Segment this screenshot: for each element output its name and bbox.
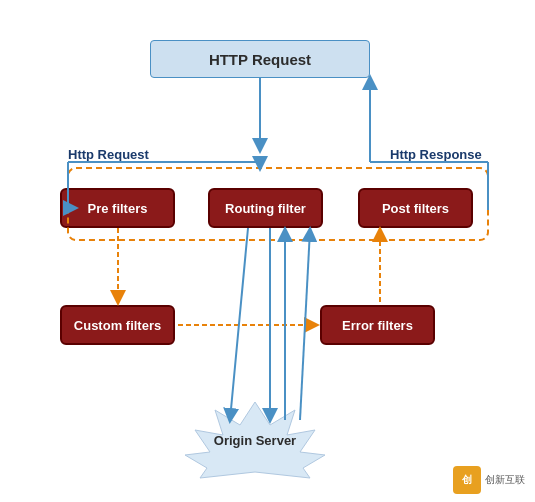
custom-filters-box: Custom filters — [60, 305, 175, 345]
svg-line-17 — [300, 230, 310, 420]
pre-filters-box: Pre filters — [60, 188, 175, 228]
error-filters-label: Error filters — [342, 318, 413, 333]
watermark-logo: 创 — [453, 466, 481, 494]
post-filters-label: Post filters — [382, 201, 449, 216]
diagram-container: HTTP Request Http Request Http Response … — [0, 0, 535, 502]
svg-text:Origin  Server: Origin Server — [214, 433, 296, 448]
http-request-box: HTTP Request — [150, 40, 370, 78]
http-request-label: HTTP Request — [209, 51, 311, 68]
routing-filter-label: Routing filter — [225, 201, 306, 216]
pre-filters-label: Pre filters — [88, 201, 148, 216]
svg-line-14 — [230, 228, 248, 420]
label-http-response: Http Response — [390, 147, 482, 162]
origin-server-starburst: Origin Server — [155, 400, 355, 480]
error-filters-box: Error filters — [320, 305, 435, 345]
watermark-icon: 创 — [462, 473, 472, 487]
routing-filter-box: Routing filter — [208, 188, 323, 228]
label-http-request: Http Request — [68, 147, 149, 162]
custom-filters-label: Custom filters — [74, 318, 161, 333]
watermark-text: 创新互联 — [485, 473, 525, 487]
watermark: 创 创新互联 — [453, 466, 525, 494]
post-filters-box: Post filters — [358, 188, 473, 228]
